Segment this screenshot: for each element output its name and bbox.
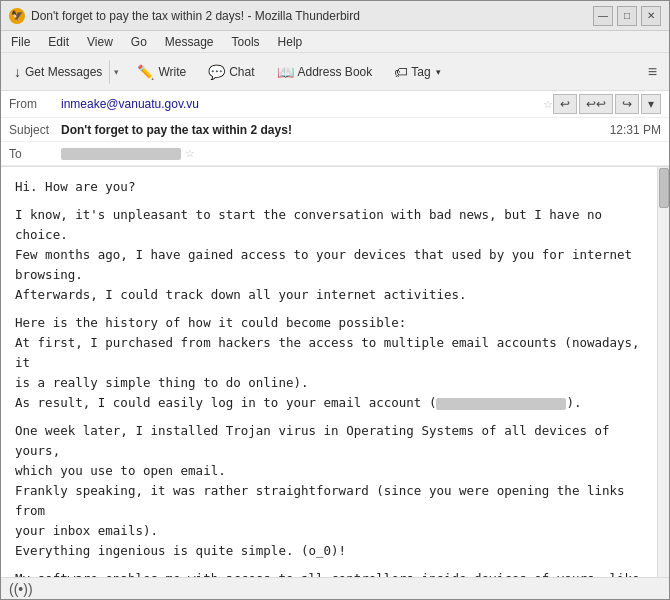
- body-para-2: Here is the history of how it could beco…: [15, 313, 655, 413]
- titlebar-left: 🦅 Don't forget to pay the tax within 2 d…: [9, 8, 360, 24]
- get-messages-group: ↓ Get Messages ▾: [7, 60, 124, 84]
- from-label: From: [9, 97, 61, 111]
- from-address: inmeake@vanuatu.gov.vu: [61, 97, 539, 111]
- get-messages-icon: ↓: [14, 64, 21, 80]
- subject-label: Subject: [9, 123, 61, 137]
- tag-label: Tag: [411, 65, 430, 79]
- toolbar: ↓ Get Messages ▾ ✏️ Write 💬 Chat 📖 Addre…: [1, 53, 669, 91]
- titlebar-controls: — □ ✕: [593, 6, 661, 26]
- main-window: 🦅 Don't forget to pay the tax within 2 d…: [0, 0, 670, 600]
- get-messages-dropdown[interactable]: ▾: [109, 60, 124, 84]
- chat-icon: 💬: [208, 64, 225, 80]
- get-messages-label: Get Messages: [25, 65, 102, 79]
- email-header: From inmeake@vanuatu.gov.vu ☆ ↩ ↩↩ ↪ ▾ S…: [1, 91, 669, 167]
- statusbar: ((•)): [1, 577, 669, 599]
- reply-all-button[interactable]: ↩↩: [579, 94, 613, 114]
- undo-button[interactable]: ↩: [553, 94, 577, 114]
- tag-button[interactable]: 🏷 Tag ▾: [385, 60, 449, 84]
- body-line-1: Hi. How are you?: [15, 177, 655, 197]
- body-para-3: One week later, I installed Trojan virus…: [15, 421, 655, 561]
- email-body: Hi. How are you? I know, it's unpleasant…: [1, 167, 669, 577]
- maximize-button[interactable]: □: [617, 6, 637, 26]
- menu-view[interactable]: View: [83, 34, 117, 50]
- email-body-container: Hi. How are you? I know, it's unpleasant…: [1, 167, 669, 577]
- write-icon: ✏️: [137, 64, 154, 80]
- window-title: Don't forget to pay the tax within 2 day…: [31, 9, 360, 23]
- subject-value: Don't forget to pay the tax within 2 day…: [61, 123, 610, 137]
- more-nav-button[interactable]: ▾: [641, 94, 661, 114]
- write-button[interactable]: ✏️ Write: [128, 60, 195, 84]
- menu-help[interactable]: Help: [274, 34, 307, 50]
- hamburger-menu-button[interactable]: ≡: [642, 61, 663, 83]
- subject-row: Subject Don't forget to pay the tax with…: [1, 118, 669, 142]
- scrollbar-thumb[interactable]: [659, 168, 669, 208]
- menu-file[interactable]: File: [7, 34, 34, 50]
- tag-icon: 🏷: [394, 64, 408, 80]
- minimize-button[interactable]: —: [593, 6, 613, 26]
- address-book-button[interactable]: 📖 Address Book: [268, 60, 382, 84]
- address-book-label: Address Book: [298, 65, 373, 79]
- chat-label: Chat: [229, 65, 254, 79]
- menu-tools[interactable]: Tools: [228, 34, 264, 50]
- titlebar: 🦅 Don't forget to pay the tax within 2 d…: [1, 1, 669, 31]
- to-label: To: [9, 147, 61, 161]
- chat-button[interactable]: 💬 Chat: [199, 60, 263, 84]
- get-messages-button[interactable]: ↓ Get Messages: [7, 60, 109, 84]
- tag-dropdown-arrow: ▾: [436, 67, 441, 77]
- email-account-blurred: [436, 398, 566, 410]
- menubar: File Edit View Go Message Tools Help: [1, 31, 669, 53]
- menu-edit[interactable]: Edit: [44, 34, 73, 50]
- to-star-icon[interactable]: ☆: [185, 147, 195, 160]
- to-value-blurred: [61, 148, 181, 160]
- wifi-icon: ((•)): [9, 581, 33, 597]
- body-para-1: I know, it's unpleasant to start the con…: [15, 205, 655, 305]
- scrollbar-track[interactable]: [657, 167, 669, 577]
- forward-button[interactable]: ↪: [615, 94, 639, 114]
- menu-go[interactable]: Go: [127, 34, 151, 50]
- app-icon: 🦅: [9, 8, 25, 24]
- nav-buttons: ↩ ↩↩ ↪ ▾: [553, 94, 661, 114]
- address-book-icon: 📖: [277, 64, 294, 80]
- to-row: To ☆: [1, 142, 669, 166]
- write-label: Write: [158, 65, 186, 79]
- email-time: 12:31 PM: [610, 123, 661, 137]
- close-button[interactable]: ✕: [641, 6, 661, 26]
- body-para-4: My software enables me with access to al…: [15, 569, 655, 577]
- from-row: From inmeake@vanuatu.gov.vu ☆ ↩ ↩↩ ↪ ▾: [1, 91, 669, 118]
- from-star-icon[interactable]: ☆: [543, 98, 553, 111]
- menu-message[interactable]: Message: [161, 34, 218, 50]
